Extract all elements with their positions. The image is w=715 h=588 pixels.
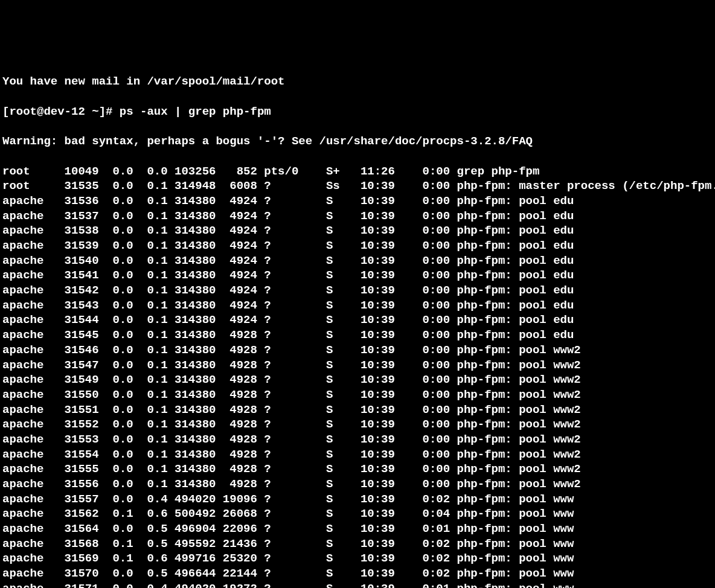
process-row: apache 31547 0.0 0.1 314380 4928 ? S 10:…	[2, 358, 715, 373]
process-row: apache 31541 0.0 0.1 314380 4924 ? S 10:…	[2, 268, 715, 283]
process-row: apache 31536 0.0 0.1 314380 4924 ? S 10:…	[2, 194, 715, 209]
command-line: [root@dev-12 ~]# ps -aux | grep php-fpm	[2, 104, 715, 120]
terminal-output[interactable]: You have new mail in /var/spool/mail/roo…	[0, 60, 715, 588]
process-row: root 31535 0.0 0.1 314948 6008 ? Ss 10:3…	[2, 179, 715, 194]
process-row: apache 31568 0.1 0.5 495592 21436 ? S 10…	[2, 537, 715, 552]
process-row: apache 31551 0.0 0.1 314380 4928 ? S 10:…	[2, 403, 715, 418]
mail-notice: You have new mail in /var/spool/mail/roo…	[2, 74, 715, 89]
process-row: apache 31545 0.0 0.1 314380 4928 ? S 10:…	[2, 328, 715, 343]
process-row: root 10049 0.0 0.0 103256 852 pts/0 S+ 1…	[2, 164, 715, 179]
process-row: apache 31543 0.0 0.1 314380 4924 ? S 10:…	[2, 298, 715, 313]
process-row: apache 31537 0.0 0.1 314380 4924 ? S 10:…	[2, 209, 715, 224]
warning-line: Warning: bad syntax, perhaps a bogus '-'…	[2, 134, 715, 149]
command-text: ps -aux | grep php-fpm	[120, 105, 271, 118]
shell-prompt: [root@dev-12 ~]#	[2, 105, 120, 118]
process-row: apache 31562 0.1 0.6 500492 26068 ? S 10…	[2, 507, 715, 522]
process-row: apache 31571 0.0 0.4 494020 19272 ? S 10…	[2, 581, 715, 588]
process-list: root 10049 0.0 0.0 103256 852 pts/0 S+ 1…	[2, 164, 715, 588]
process-row: apache 31550 0.0 0.1 314380 4928 ? S 10:…	[2, 388, 715, 403]
process-row: apache 31570 0.0 0.5 496644 22144 ? S 10…	[2, 566, 715, 581]
process-row: apache 31549 0.0 0.1 314380 4928 ? S 10:…	[2, 372, 715, 388]
process-row: apache 31557 0.0 0.4 494020 19096 ? S 10…	[2, 492, 715, 507]
process-row: apache 31553 0.0 0.1 314380 4928 ? S 10:…	[2, 432, 715, 447]
process-row: apache 31569 0.1 0.6 499716 25320 ? S 10…	[2, 551, 715, 566]
process-row: apache 31546 0.0 0.1 314380 4928 ? S 10:…	[2, 343, 715, 358]
process-row: apache 31554 0.0 0.1 314380 4928 ? S 10:…	[2, 447, 715, 462]
process-row: apache 31552 0.0 0.1 314380 4928 ? S 10:…	[2, 417, 715, 432]
process-row: apache 31544 0.0 0.1 314380 4924 ? S 10:…	[2, 313, 715, 328]
process-row: apache 31542 0.0 0.1 314380 4924 ? S 10:…	[2, 283, 715, 298]
process-row: apache 31538 0.0 0.1 314380 4924 ? S 10:…	[2, 223, 715, 238]
process-row: apache 31540 0.0 0.1 314380 4924 ? S 10:…	[2, 254, 715, 269]
process-row: apache 31539 0.0 0.1 314380 4924 ? S 10:…	[2, 238, 715, 254]
process-row: apache 31556 0.0 0.1 314380 4928 ? S 10:…	[2, 477, 715, 492]
process-row: apache 31564 0.0 0.5 496904 22096 ? S 10…	[2, 522, 715, 537]
process-row: apache 31555 0.0 0.1 314380 4928 ? S 10:…	[2, 462, 715, 477]
